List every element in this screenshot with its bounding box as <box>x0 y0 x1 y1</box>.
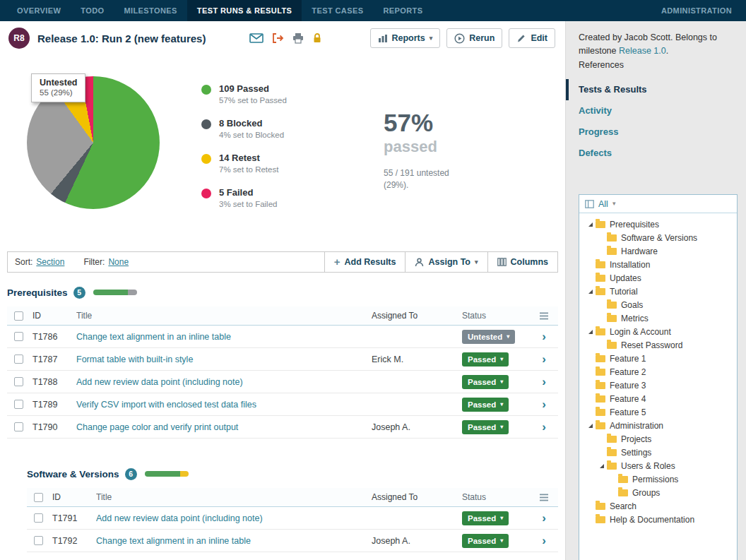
test-title-link[interactable]: Add new review data point (including not… <box>96 513 263 523</box>
add-results-button[interactable]: + Add Results <box>324 252 405 272</box>
nav-item-test-cases[interactable]: TEST CASES <box>302 0 373 21</box>
nav-item-milestones[interactable]: MILESTONES <box>114 0 186 21</box>
nav-item-administration[interactable]: ADMINISTRATION <box>661 0 746 21</box>
lock-icon[interactable] <box>312 32 322 44</box>
tree-node-updates[interactable]: Updates <box>581 271 735 285</box>
test-title-link[interactable]: Format table with built-in style <box>76 355 193 364</box>
tree-node-permissions[interactable]: Permissions <box>581 472 735 486</box>
tree-node-feature-3[interactable]: Feature 3 <box>581 379 735 392</box>
row-checkbox[interactable] <box>14 422 23 431</box>
rerun-button[interactable]: Rerun <box>446 28 502 48</box>
tree-node-hardware[interactable]: Hardware <box>581 244 735 258</box>
sidebar-link-progress[interactable]: Progress <box>566 121 746 143</box>
filter-value-link[interactable]: None <box>108 257 129 267</box>
col-header-status[interactable]: Status <box>462 311 530 321</box>
open-test-chevron[interactable]: › <box>542 535 546 547</box>
test-title-link[interactable]: Change text alignment in an inline table <box>76 332 231 342</box>
test-row-t1792[interactable]: T1792Change text alignment in an inline … <box>27 530 558 552</box>
tree-node-feature-5[interactable]: Feature 5 <box>581 405 735 419</box>
expand-arrow-icon[interactable] <box>585 290 596 294</box>
col-header-assigned[interactable]: Assigned To <box>372 492 462 502</box>
test-title-link[interactable]: Verify CSV import with enclosed test dat… <box>76 400 256 410</box>
column-selector-icon[interactable] <box>540 312 548 320</box>
row-checkbox[interactable] <box>14 377 23 386</box>
tree-node-login-account[interactable]: Login & Account <box>581 325 735 338</box>
col-header-assigned[interactable]: Assigned To <box>372 311 462 321</box>
test-row-t1786[interactable]: T1786Change text alignment in an inline … <box>7 326 558 348</box>
tree-scope-all-link[interactable]: All <box>598 199 608 209</box>
open-test-chevron[interactable]: › <box>542 353 546 365</box>
test-title-link[interactable]: Change page color and verify print outpu… <box>76 422 238 432</box>
columns-button[interactable]: Columns <box>487 252 557 272</box>
row-checkbox[interactable] <box>14 400 23 409</box>
tree-node-reset-password[interactable]: Reset Password <box>581 338 735 352</box>
tree-node-groups[interactable]: Groups <box>581 486 735 499</box>
row-checkbox[interactable] <box>34 536 43 545</box>
test-row-t1787[interactable]: T1787Format table with built-in styleEri… <box>7 348 558 371</box>
test-title-link[interactable]: Change text alignment in an inline table <box>96 536 251 546</box>
col-header-title[interactable]: Title <box>76 311 372 321</box>
tree-node-metrics[interactable]: Metrics <box>581 311 735 325</box>
expand-arrow-icon[interactable] <box>585 330 596 334</box>
edit-button[interactable]: Edit <box>509 28 555 48</box>
nav-item-todo[interactable]: TODO <box>71 0 114 21</box>
tree-node-prerequisites[interactable]: Prerequisites <box>581 218 735 231</box>
nav-item-test-runs-results[interactable]: TEST RUNS & RESULTS <box>187 0 302 21</box>
col-header-title[interactable]: Title <box>96 492 372 502</box>
tree-node-goals[interactable]: Goals <box>581 298 735 311</box>
status-dropdown-untested[interactable]: Untested▾ <box>462 330 515 344</box>
expand-arrow-icon[interactable] <box>585 424 596 428</box>
nav-item-reports[interactable]: REPORTS <box>373 0 432 21</box>
tree-node-search[interactable]: Search <box>581 499 735 513</box>
col-header-id[interactable]: ID <box>32 311 76 321</box>
tree-node-administration[interactable]: Administration <box>581 419 735 432</box>
sidebar-link-activity[interactable]: Activity <box>566 100 746 121</box>
col-header-status[interactable]: Status <box>462 492 530 502</box>
assign-to-button[interactable]: Assign To ▾ <box>405 252 487 272</box>
test-row-t1788[interactable]: T1788Add new review data point (includin… <box>7 371 558 393</box>
expand-arrow-icon[interactable] <box>585 222 596 227</box>
tree-node-installation[interactable]: Installation <box>581 258 735 271</box>
expand-arrow-icon[interactable] <box>596 464 607 468</box>
tree-node-feature-2[interactable]: Feature 2 <box>581 365 735 379</box>
milestone-link[interactable]: Release 1.0 <box>619 46 666 56</box>
tree-node-feature-4[interactable]: Feature 4 <box>581 392 735 405</box>
tree-node-help-documentation[interactable]: Help & Documentation <box>581 513 735 526</box>
status-dropdown-passed[interactable]: Passed▾ <box>462 375 509 389</box>
export-icon[interactable] <box>271 32 284 44</box>
tree-node-users-roles[interactable]: Users & Roles <box>581 459 735 472</box>
column-selector-icon[interactable] <box>540 494 548 501</box>
tree-node-projects[interactable]: Projects <box>581 432 735 446</box>
nav-item-overview[interactable]: OVERVIEW <box>7 0 71 21</box>
test-title-link[interactable]: Add new review data point (including not… <box>76 377 243 387</box>
tree-node-settings[interactable]: Settings <box>581 446 735 459</box>
reports-button[interactable]: Reports ▾ <box>370 28 441 48</box>
select-all-checkbox[interactable] <box>34 493 43 502</box>
col-header-id[interactable]: ID <box>52 492 96 502</box>
status-dropdown-passed[interactable]: Passed▾ <box>462 511 509 525</box>
open-test-chevron[interactable]: › <box>542 398 546 410</box>
print-icon[interactable] <box>292 32 304 44</box>
email-icon[interactable] <box>249 32 264 44</box>
open-test-chevron[interactable]: › <box>542 421 546 433</box>
status-dropdown-passed[interactable]: Passed▾ <box>462 352 509 367</box>
test-row-t1791[interactable]: T1791Add new review data point (includin… <box>27 507 558 530</box>
sort-value-link[interactable]: Section <box>36 257 64 267</box>
select-all-checkbox[interactable] <box>14 311 23 321</box>
row-checkbox[interactable] <box>14 332 23 341</box>
status-dropdown-passed[interactable]: Passed▾ <box>462 398 509 412</box>
tree-node-tutorial[interactable]: Tutorial <box>581 285 735 298</box>
tree-node-feature-1[interactable]: Feature 1 <box>581 352 735 365</box>
row-checkbox[interactable] <box>34 513 43 523</box>
open-test-chevron[interactable]: › <box>542 512 546 524</box>
sidebar-link-tests-results[interactable]: Tests & Results <box>566 79 746 100</box>
test-row-t1789[interactable]: T1789Verify CSV import with enclosed tes… <box>7 393 558 416</box>
status-dropdown-passed[interactable]: Passed▾ <box>462 420 509 434</box>
test-row-t1790[interactable]: T1790Change page color and verify print … <box>7 416 558 439</box>
row-checkbox[interactable] <box>14 355 23 364</box>
open-test-chevron[interactable]: › <box>542 330 546 342</box>
tree-node-software-versions[interactable]: Software & Versions <box>581 231 735 244</box>
sidebar-link-defects[interactable]: Defects <box>566 143 746 164</box>
open-test-chevron[interactable]: › <box>542 376 546 388</box>
status-dropdown-passed[interactable]: Passed▾ <box>462 534 509 548</box>
